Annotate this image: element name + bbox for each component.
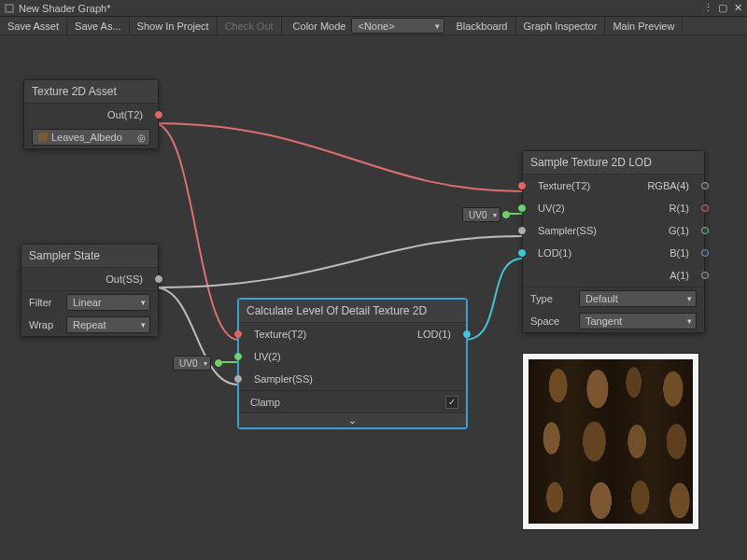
port-in-uv-label: UV(2) xyxy=(538,203,565,214)
port-in-uv-label: UV(2) xyxy=(254,351,281,362)
save-as-button[interactable]: Save As... xyxy=(67,17,130,35)
type-dropdown[interactable]: Default xyxy=(579,290,697,307)
port-out-rgba[interactable] xyxy=(701,182,709,189)
filter-dropdown[interactable]: Linear xyxy=(66,294,150,311)
wrap-label: Wrap xyxy=(29,319,61,330)
port-in-texture-label: Texture(T2) xyxy=(254,329,306,340)
node-header[interactable]: Calculate Level Of Detail Texture 2D xyxy=(239,300,466,323)
color-mode-label: Color Mode xyxy=(282,17,352,35)
window-titlebar: New Shader Graph* ⋮ ▢ ✕ xyxy=(0,0,747,17)
shadergraph-icon xyxy=(4,3,15,14)
space-dropdown[interactable]: Tangent xyxy=(579,313,697,329)
port-in-uv[interactable] xyxy=(518,204,526,212)
node-preview xyxy=(522,353,699,530)
port-in-uv[interactable] xyxy=(234,353,242,360)
port-in-sampler[interactable] xyxy=(234,375,242,383)
color-mode-dropdown[interactable]: <None> xyxy=(351,18,444,34)
node-texture2d-asset[interactable]: Texture 2D Asset Out(T2) Leaves_Albedo xyxy=(23,79,159,149)
maximize-icon[interactable]: ▢ xyxy=(717,3,728,14)
port-in-texture-label: Texture(T2) xyxy=(538,180,590,191)
window-title: New Shader Graph* xyxy=(19,3,698,14)
port-out-b-label: B(1) xyxy=(669,247,689,259)
port-out-t2[interactable] xyxy=(155,111,162,119)
node-header[interactable]: Sampler State xyxy=(21,245,158,268)
type-label: Type xyxy=(530,293,573,304)
show-in-project-button[interactable]: Show In Project xyxy=(130,17,218,35)
port-out-rgba-label: RGBA(4) xyxy=(647,180,689,191)
node-header[interactable]: Texture 2D Asset xyxy=(24,80,158,104)
port-in-sampler-label: Sampler(SS) xyxy=(254,373,313,385)
node-header[interactable]: Sample Texture 2D LOD xyxy=(523,151,704,175)
check-out-button: Check Out xyxy=(218,17,282,35)
port-out-lod[interactable] xyxy=(463,330,471,338)
texture-asset-value: Leaves_Albedo xyxy=(51,132,122,143)
texture-asset-picker[interactable]: Leaves_Albedo xyxy=(32,129,150,146)
close-icon[interactable]: ✕ xyxy=(732,3,743,14)
port-in-sampler-label: Sampler(SS) xyxy=(538,225,597,236)
uv-dropdown-calc[interactable]: UV0 xyxy=(173,356,211,371)
svg-rect-1 xyxy=(7,6,12,11)
port-in-texture[interactable] xyxy=(518,182,526,189)
chevron-down-icon: ⌄ xyxy=(348,414,357,427)
node-sampler-state[interactable]: Sampler State Out(SS) Filter Linear Wrap… xyxy=(21,244,159,337)
port-in-sampler[interactable] xyxy=(518,227,526,234)
blackboard-button[interactable]: Blackboard xyxy=(448,17,515,35)
port-out-g-label: G(1) xyxy=(669,225,689,236)
port-out-t2-label: Out(T2) xyxy=(107,109,143,120)
port-out-ss-label: Out(SS) xyxy=(106,273,143,285)
port-out-lod-label: LOD(1) xyxy=(417,329,451,340)
node-sample-texture-2d-lod[interactable]: Sample Texture 2D LOD Texture(T2) RGBA(4… xyxy=(522,150,705,333)
uv-drop-out-port-calc[interactable] xyxy=(215,359,222,367)
uv-drop-out-port-sample[interactable] xyxy=(502,211,510,218)
port-out-a[interactable] xyxy=(701,272,709,279)
toolbar: Save Asset Save As... Show In Project Ch… xyxy=(0,17,747,35)
menu-icon[interactable]: ⋮ xyxy=(702,3,713,14)
preview-texture-image xyxy=(529,359,693,524)
port-out-ss[interactable] xyxy=(155,275,162,283)
wrap-dropdown[interactable]: Repeat xyxy=(66,316,150,333)
port-in-lod[interactable] xyxy=(518,249,526,257)
node-collapse-toggle[interactable]: ⌄ xyxy=(239,413,466,427)
graph-canvas[interactable]: Texture 2D Asset Out(T2) Leaves_Albedo S… xyxy=(0,35,747,560)
graph-inspector-button[interactable]: Graph Inspector xyxy=(516,17,606,35)
port-out-r-label: R(1) xyxy=(669,203,689,214)
space-label: Space xyxy=(530,315,573,327)
main-preview-button[interactable]: Main Preview xyxy=(605,17,683,35)
filter-label: Filter xyxy=(29,297,61,308)
clamp-label: Clamp xyxy=(250,397,280,408)
port-out-b[interactable] xyxy=(701,249,709,257)
save-asset-button[interactable]: Save Asset xyxy=(0,17,67,35)
node-calculate-lod[interactable]: Calculate Level Of Detail Texture 2D Tex… xyxy=(238,299,467,428)
texture-thumb-icon xyxy=(38,133,48,142)
port-in-lod-label: LOD(1) xyxy=(538,247,571,259)
port-out-g[interactable] xyxy=(701,227,709,234)
port-out-r[interactable] xyxy=(701,204,709,212)
port-in-texture[interactable] xyxy=(234,330,242,338)
port-out-a-label: A(1) xyxy=(669,270,689,281)
uv-dropdown-sample[interactable]: UV0 xyxy=(462,207,500,222)
clamp-checkbox[interactable]: ✓ xyxy=(445,396,458,409)
